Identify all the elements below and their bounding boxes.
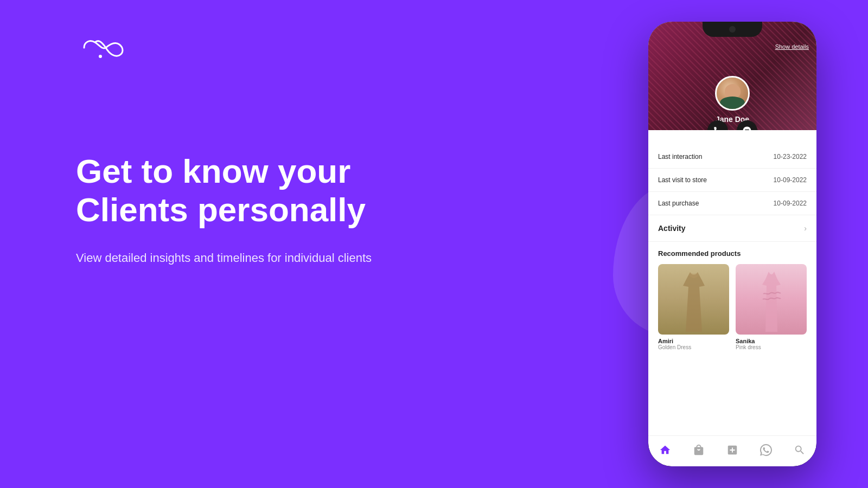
profile-actions — [707, 120, 757, 130]
hero-title: Get to know your Clients personally — [76, 152, 380, 229]
products-grid: Amiri Golden Dress — [658, 264, 807, 350]
nav-bag[interactable] — [689, 440, 709, 460]
avatar — [715, 76, 750, 111]
message-button[interactable] — [737, 120, 757, 130]
product-amiri-desc: Golden Dress — [658, 344, 729, 350]
phone-notch — [703, 22, 762, 37]
nav-search[interactable] — [790, 440, 809, 460]
last-visit-label: Last visit to store — [658, 176, 707, 184]
last-purchase-row: Last purchase 10-09-2022 — [648, 192, 816, 215]
phone-mockup: Show details Jane Doe Last interaction 1… — [648, 22, 816, 466]
call-button[interactable] — [707, 120, 728, 130]
phone-camera — [729, 26, 736, 33]
last-interaction-label: Last interaction — [658, 153, 702, 160]
nav-home[interactable] — [655, 440, 675, 460]
last-visit-row: Last visit to store 10-09-2022 — [648, 169, 816, 192]
hero-section: Get to know your Clients personally View… — [76, 152, 380, 267]
avatar-image — [717, 78, 748, 109]
product-image-sanika — [736, 264, 807, 335]
hero-subtitle: View detailed insights and timelines for… — [76, 249, 380, 267]
activity-row[interactable]: Activity › — [648, 215, 816, 242]
last-purchase-label: Last purchase — [658, 200, 699, 207]
bottom-navigation — [648, 435, 816, 466]
profile-header: Show details Jane Doe — [648, 22, 816, 130]
product-amiri-name: Amiri — [658, 338, 729, 344]
last-purchase-value: 10-09-2022 — [774, 200, 807, 207]
last-interaction-value: 10-23-2022 — [774, 153, 807, 160]
nav-add[interactable] — [723, 440, 742, 460]
recommended-section: Recommended products Amiri Golden Dress — [648, 242, 816, 355]
product-sanika-name: Sanika — [736, 338, 807, 344]
show-details-button[interactable]: Show details — [775, 43, 809, 50]
recommended-title: Recommended products — [658, 249, 807, 258]
nav-whatsapp[interactable] — [756, 440, 776, 460]
product-image-amiri — [658, 264, 729, 335]
product-card-amiri[interactable]: Amiri Golden Dress — [658, 264, 729, 350]
chevron-right-icon: › — [804, 224, 807, 233]
info-section: Last interaction 10-23-2022 Last visit t… — [648, 145, 816, 435]
last-visit-value: 10-09-2022 — [774, 176, 807, 184]
product-card-sanika[interactable]: Sanika Pink dress — [736, 264, 807, 350]
brand-logo — [76, 33, 130, 65]
phone-screen: Show details Jane Doe Last interaction 1… — [648, 22, 816, 466]
product-sanika-desc: Pink dress — [736, 344, 807, 350]
last-interaction-row: Last interaction 10-23-2022 — [648, 145, 816, 169]
activity-label: Activity — [658, 224, 686, 233]
svg-point-0 — [99, 55, 102, 58]
